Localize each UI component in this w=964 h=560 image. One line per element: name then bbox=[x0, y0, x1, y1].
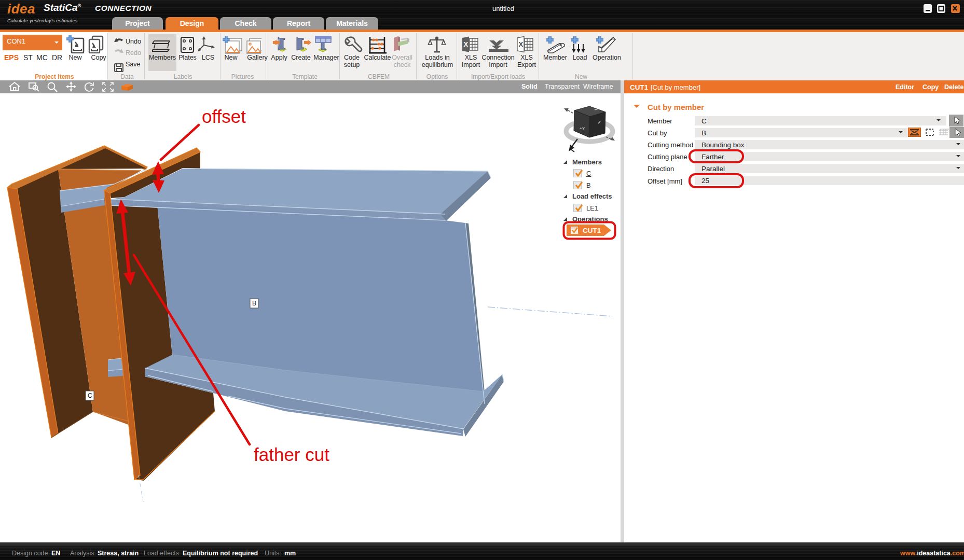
svg-text:X: X bbox=[519, 40, 524, 48]
svg-text:offset: offset bbox=[202, 106, 246, 127]
svg-text:+Y: +Y bbox=[580, 126, 585, 131]
svg-text:father cut: father cut bbox=[254, 444, 329, 465]
svg-text:CUT1: CUT1 bbox=[583, 227, 601, 234]
svg-text:C: C bbox=[88, 392, 92, 399]
svg-text:X: X bbox=[464, 40, 469, 48]
svg-text:B: B bbox=[252, 300, 256, 307]
